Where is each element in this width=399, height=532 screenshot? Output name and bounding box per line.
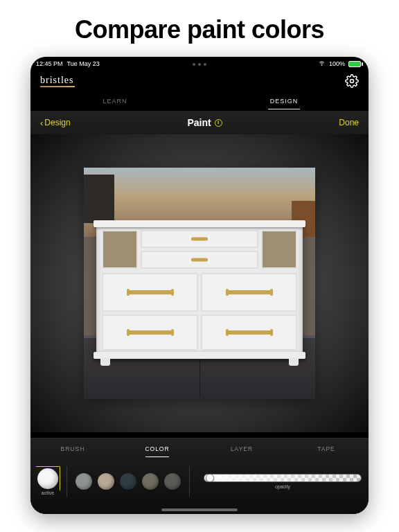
battery-icon: [348, 61, 363, 67]
active-swatch-label: active: [42, 490, 54, 495]
svg-point-0: [321, 64, 322, 65]
opacity-label: opacity: [275, 484, 290, 489]
back-button[interactable]: ‹ Design: [40, 118, 71, 127]
wifi-icon: [318, 60, 326, 68]
tablet-frame: 12:45 PM Tue May 23 100% bristles LEARN …: [30, 57, 369, 514]
svg-point-1: [351, 80, 354, 83]
color-tool-body: active opacity: [30, 459, 369, 504]
palette: [76, 473, 181, 490]
battery-pct: 100%: [329, 60, 345, 67]
opacity-thumb[interactable]: [206, 474, 214, 482]
palette-divider-left: [66, 466, 67, 497]
editor-title-text: Paint: [187, 117, 211, 128]
opacity-slider[interactable]: [204, 474, 362, 482]
app-bar: bristles: [30, 71, 369, 91]
gear-icon[interactable]: [345, 74, 359, 88]
tool-tab-layer[interactable]: LAYER: [200, 438, 284, 459]
back-label: Design: [44, 118, 70, 127]
tool-tabs: BRUSH COLOR LAYER TAPE: [30, 438, 369, 459]
brand-word: bristles: [40, 76, 75, 85]
swatch-5[interactable]: [164, 473, 181, 490]
editor-header: ‹ Design Paint i Done: [30, 111, 369, 134]
page-heading: Compare paint colors: [0, 0, 399, 57]
tab-design[interactable]: DESIGN: [200, 91, 369, 111]
tool-tab-color[interactable]: COLOR: [115, 438, 200, 459]
app-brand: bristles: [40, 76, 75, 87]
palette-divider-right: [189, 466, 190, 497]
done-button[interactable]: Done: [339, 118, 359, 127]
home-indicator: [161, 508, 238, 511]
swatch-2[interactable]: [98, 473, 114, 490]
swatch-4[interactable]: [142, 473, 159, 490]
editor-title: Paint i: [187, 117, 222, 128]
swatch-1[interactable]: [76, 473, 92, 490]
dresser-illustration: [96, 224, 303, 355]
opacity-control: opacity: [204, 474, 362, 489]
project-photo[interactable]: [84, 168, 315, 399]
info-icon[interactable]: i: [215, 119, 222, 127]
tool-tab-brush[interactable]: BRUSH: [30, 438, 115, 459]
canvas-area[interactable]: [30, 134, 369, 432]
top-tabs: LEARN DESIGN: [30, 91, 369, 111]
tab-learn[interactable]: LEARN: [30, 91, 200, 111]
active-swatch-wrap: active: [37, 468, 58, 495]
bottom-toolbar: BRUSH COLOR LAYER TAPE active: [30, 438, 369, 514]
camera-dots: [193, 63, 206, 66]
chevron-left-icon: ‹: [40, 118, 43, 127]
status-date: Tue May 23: [67, 60, 100, 67]
swatch-3[interactable]: [120, 473, 136, 490]
status-time: 12:45 PM: [36, 60, 63, 67]
tool-tab-tape[interactable]: TAPE: [284, 438, 369, 459]
active-swatch[interactable]: [37, 468, 58, 489]
